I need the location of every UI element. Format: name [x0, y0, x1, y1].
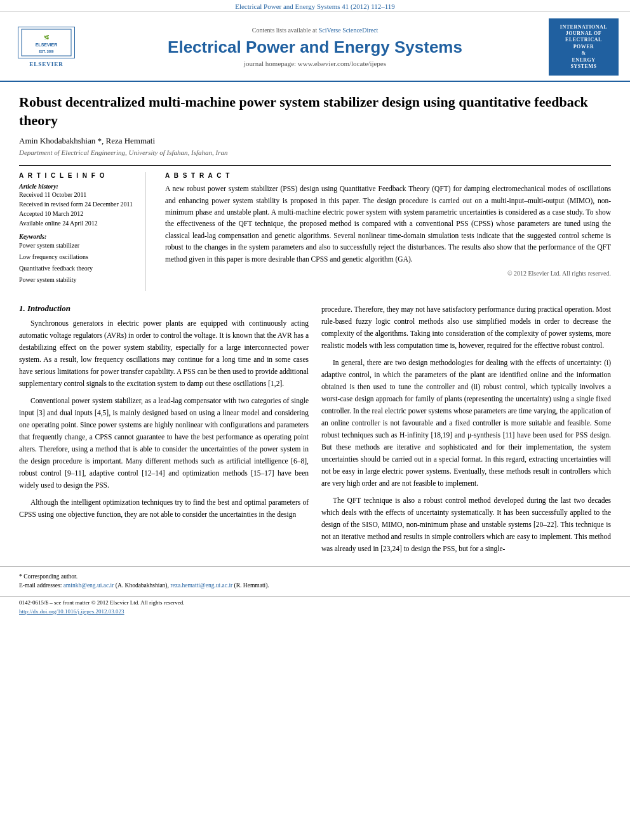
article-content: Robust decentralized multi-machine power… [0, 82, 630, 297]
email-link-2[interactable]: reza.hematti@eng.ui.ac.ir [170, 582, 232, 589]
journal-header-bar: Electrical Power and Energy Systems 41 (… [0, 0, 630, 12]
email-link-1[interactable]: aminkh@eng.ui.ac.ir [64, 582, 114, 589]
keyword-2: Low frequency oscillations [19, 251, 135, 263]
footer-area: * Corresponding author. E-mail addresses… [0, 566, 630, 594]
doi-link[interactable]: http://dx.doi.org/10.1016/j.ijepes.2012.… [19, 608, 124, 615]
elsevier-logo-svg: 🌿 ELSEVIER EST. 1880 [21, 29, 72, 57]
body-left-column: 1. Introduction Synchronous generators i… [19, 303, 309, 559]
author1-name: (A. Khodabakhshian), [116, 582, 169, 589]
divider-1 [19, 165, 611, 166]
body-columns: 1. Introduction Synchronous generators i… [0, 297, 630, 559]
history-label: Article history: [19, 183, 135, 190]
sciverse-line: Contents lists available at SciVerse Sci… [88, 27, 542, 34]
journal-header-main: 🌿 ELSEVIER EST. 1880 ELSEVIER Contents l… [0, 12, 630, 82]
svg-text:EST. 1880: EST. 1880 [39, 50, 53, 53]
keywords-section: Keywords: Power system stabilizer Low fr… [19, 233, 135, 286]
body-para2: Conventional power system stabilizer, as… [19, 395, 309, 491]
body-right-para2: In general, there are two design methodo… [321, 357, 611, 490]
author2-name: (R. Hemmati). [234, 582, 269, 589]
body-para3: Although the intelligent optimization te… [19, 497, 309, 521]
elsevier-logo-area: 🌿 ELSEVIER EST. 1880 ELSEVIER [11, 27, 81, 67]
article-affiliation: Department of Electrical Engineering, Un… [19, 149, 611, 156]
article-info-row: A R T I C L E I N F O Article history: R… [19, 172, 611, 291]
elsevier-logo-box: 🌿 ELSEVIER EST. 1880 [18, 27, 75, 58]
revised-date: Received in revised form 24 December 201… [19, 199, 135, 209]
elsevier-wordmark: ELSEVIER [29, 61, 64, 67]
sciverse-link[interactable]: SciVerse ScienceDirect [319, 27, 379, 34]
abstract-title: A B S T R A C T [165, 172, 611, 179]
article-info-title: A R T I C L E I N F O [19, 172, 135, 179]
article-authors: Amin Khodabakhshian *, Reza Hemmati [19, 136, 611, 146]
issn-info: 0142-0615/$ – see front matter © 2012 El… [19, 599, 185, 616]
keyword-4: Power system stability [19, 274, 135, 286]
journal-logo-text: INTERNATIONALJOURNAL OFELECTRICALPOWER&E… [560, 24, 607, 70]
article-info-left: A R T I C L E I N F O Article history: R… [19, 172, 146, 291]
body-right-para3: The QFT technique is also a robust contr… [321, 495, 611, 555]
keywords-list: Power system stabilizer Low frequency os… [19, 240, 135, 286]
svg-text:🌿: 🌿 [44, 34, 50, 40]
body-right-column: procedure. Therefore, they may not have … [321, 303, 611, 559]
body-right-para1: procedure. Therefore, they may not have … [321, 303, 611, 352]
page: Electrical Power and Energy Systems 41 (… [0, 0, 630, 840]
journal-homepage: journal homepage: www.elsevier.com/locat… [88, 60, 542, 67]
history-section: Article history: Received 11 October 201… [19, 183, 135, 228]
sciverse-prefix: Contents lists available at [252, 27, 319, 34]
body-para1: Synchronous generators in electric power… [19, 317, 309, 390]
corresponding-label: * Corresponding author. [19, 573, 77, 580]
footnote-corresponding: * Corresponding author. [19, 572, 611, 581]
journal-logo-box: INTERNATIONALJOURNAL OFELECTRICALPOWER&E… [549, 18, 619, 76]
journal-header-center: Contents lists available at SciVerse Sci… [81, 27, 549, 67]
footnote-emails: E-mail addresses: aminkh@eng.ui.ac.ir (A… [19, 581, 611, 590]
keyword-3: Quantitative feedback theory [19, 263, 135, 274]
available-date: Available online 24 April 2012 [19, 218, 135, 228]
section1-title: 1. Introduction [19, 303, 309, 314]
abstract-text: A new robust power system stabilizer (PS… [165, 183, 611, 265]
received-date: Received 11 October 2011 [19, 190, 135, 199]
article-title: Robust decentralized multi-machine power… [19, 93, 611, 130]
keywords-label: Keywords: [19, 233, 135, 240]
copyright-line: © 2012 Elsevier Ltd. All rights reserved… [165, 270, 611, 277]
journal-title: Electrical Power and Energy Systems [88, 37, 542, 57]
accepted-date: Accepted 10 March 2012 [19, 209, 135, 218]
journal-issue-info: Electrical Power and Energy Systems 41 (… [235, 3, 395, 10]
email-label: E-mail addresses: [19, 582, 62, 589]
issn-text: 0142-0615/$ – see front matter © 2012 El… [19, 599, 185, 606]
article-abstract-section: A B S T R A C T A new robust power syste… [165, 172, 611, 291]
svg-text:ELSEVIER: ELSEVIER [36, 43, 58, 47]
keyword-1: Power system stabilizer [19, 240, 135, 251]
bottom-bar: 0142-0615/$ – see front matter © 2012 El… [0, 596, 630, 618]
